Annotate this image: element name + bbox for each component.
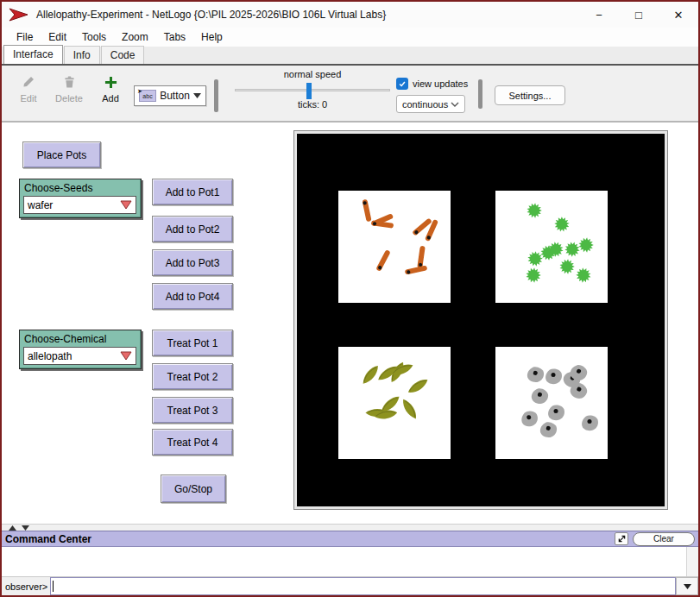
teardrop-seed [581, 413, 601, 433]
update-mode-dropdown[interactable]: continuous [396, 95, 465, 113]
bur-seed [525, 267, 542, 284]
update-mode-value: continuous [402, 99, 448, 110]
clear-button[interactable]: Clear [633, 532, 695, 546]
ticks-counter: ticks: 0 [228, 99, 397, 110]
pot-3 [338, 347, 451, 459]
bur-seed [577, 236, 595, 254]
leaf-seed [400, 396, 419, 423]
bur-seed [558, 258, 576, 275]
agent-type-dropdown[interactable] [676, 577, 698, 595]
edit-tool-button[interactable]: Edit [9, 74, 48, 104]
menu-item-edit[interactable]: Edit [41, 29, 74, 45]
button-widget-icon: abc ➤ [139, 90, 156, 102]
tab-code[interactable]: Code [101, 46, 145, 64]
leaf-seed [389, 361, 415, 377]
dropdown-arrow-icon [684, 584, 691, 589]
trash-icon [49, 74, 89, 90]
menu-item-zoom[interactable]: Zoom [114, 29, 156, 45]
command-input[interactable] [50, 577, 676, 595]
add-to-pot-3-button[interactable]: Add to Pot3 [152, 249, 233, 276]
bur-seed [573, 265, 594, 286]
menu-item-file[interactable]: File [9, 29, 41, 45]
pencil-icon [9, 74, 48, 90]
toolbar-separator [478, 79, 482, 109]
add-tool-label: Add [91, 93, 130, 104]
bur-seed [526, 202, 543, 219]
command-input-row: observer> [2, 577, 698, 595]
treat-pot-2-button[interactable]: Treat Pot 2 [152, 363, 233, 390]
treat-pot-1-button[interactable]: Treat Pot 1 [152, 330, 233, 356]
splitter-down-icon[interactable] [22, 525, 29, 531]
cursor-icon: ➤ [137, 88, 142, 95]
close-button[interactable]: ✕ [659, 2, 698, 28]
interface-panel: Place Pots Choose-Seeds wafer Choose-Che… [2, 123, 698, 524]
observer-prompt: observer> [2, 577, 50, 595]
go-stop-button[interactable]: Go/Stop [161, 474, 226, 503]
settings-button[interactable]: Settings... [495, 85, 565, 105]
plus-icon [91, 74, 130, 90]
minimize-button[interactable]: − [579, 2, 619, 28]
splitter-up-icon[interactable] [9, 525, 16, 531]
leaf-seed [373, 407, 398, 421]
add-tool-button[interactable]: Add [91, 74, 130, 104]
title-bar: Allelopathy-Experiment - NetLogo {O:\PIL… [2, 2, 698, 28]
choose-chemical-chooser[interactable]: Choose-Chemical allelopath [19, 330, 142, 369]
chevron-down-icon [451, 102, 459, 107]
add-to-pot-4-button[interactable]: Add to Pot4 [152, 283, 233, 310]
dropdown-arrow-icon [193, 93, 201, 98]
menu-bar: FileEditToolsZoomTabsHelp [2, 28, 698, 47]
netlogo-window: Allelopathy-Experiment - NetLogo {O:\PIL… [0, 0, 700, 597]
menu-item-help[interactable]: Help [193, 29, 230, 45]
teardrop-seed [538, 418, 561, 442]
choose-chemical-select[interactable]: allelopath [23, 347, 136, 365]
choose-seeds-select[interactable]: wafer [23, 196, 136, 214]
command-center-splitter[interactable] [2, 524, 698, 531]
choose-seeds-label: Choose-Seeds [24, 182, 141, 194]
world-view[interactable] [297, 134, 665, 506]
menu-item-tabs[interactable]: Tabs [156, 29, 193, 45]
widget-type-value: Button [160, 90, 190, 102]
leaf-seed [405, 376, 432, 395]
edit-tool-label: Edit [9, 93, 48, 104]
choose-seeds-value: wafer [28, 199, 53, 211]
speed-slider[interactable] [235, 89, 390, 91]
menu-item-tools[interactable]: Tools [74, 29, 114, 45]
chooser-arrow-icon [120, 351, 132, 361]
check-icon [398, 79, 407, 88]
toolbar: Edit Delete Add abc ➤ Button normal spee… [2, 66, 698, 123]
pot-2 [495, 191, 608, 303]
stick-seed [400, 261, 432, 280]
choose-chemical-label: Choose-Chemical [24, 333, 141, 345]
view-updates-checkbox[interactable] [396, 78, 408, 90]
chooser-arrow-icon [120, 200, 132, 210]
command-center-expand-button[interactable] [615, 532, 628, 545]
command-center-output[interactable] [2, 547, 698, 577]
choose-seeds-chooser[interactable]: Choose-Seeds wafer [19, 179, 142, 218]
maximize-button[interactable]: □ [619, 2, 659, 28]
widget-type-dropdown[interactable]: abc ➤ Button [134, 85, 206, 106]
window-title: Allelopathy-Experiment - NetLogo {O:\PIL… [36, 9, 386, 21]
tab-info[interactable]: Info [64, 46, 100, 64]
text-caret [53, 581, 54, 592]
teardrop-seed [519, 407, 542, 430]
treat-pot-4-button[interactable]: Treat Pot 4 [152, 429, 233, 456]
netlogo-logo-icon [9, 7, 29, 22]
command-center-title: Command Center [5, 533, 615, 545]
speed-slider-handle[interactable] [306, 83, 312, 99]
add-to-pot-2-button[interactable]: Add to Pot2 [152, 216, 233, 242]
tab-interface[interactable]: Interface [3, 45, 63, 64]
tab-bar: InterfaceInfoCode [2, 47, 698, 66]
treat-pot-3-button[interactable]: Treat Pot 3 [152, 397, 233, 424]
command-output-scrollbar[interactable] [686, 547, 698, 576]
toolbar-separator [214, 79, 218, 112]
world-view-frame [293, 130, 668, 510]
command-center-header: Command Center Clear [2, 531, 698, 547]
speed-label: normal speed [228, 69, 397, 79]
place-pots-button[interactable]: Place Pots [22, 141, 101, 168]
add-to-pot-1-button[interactable]: Add to Pot1 [152, 179, 233, 205]
delete-tool-label: Delete [49, 93, 89, 104]
delete-tool-button[interactable]: Delete [49, 74, 89, 104]
view-updates-label: view updates [413, 79, 468, 89]
choose-chemical-value: allelopath [28, 350, 72, 362]
bur-seed [551, 213, 573, 236]
